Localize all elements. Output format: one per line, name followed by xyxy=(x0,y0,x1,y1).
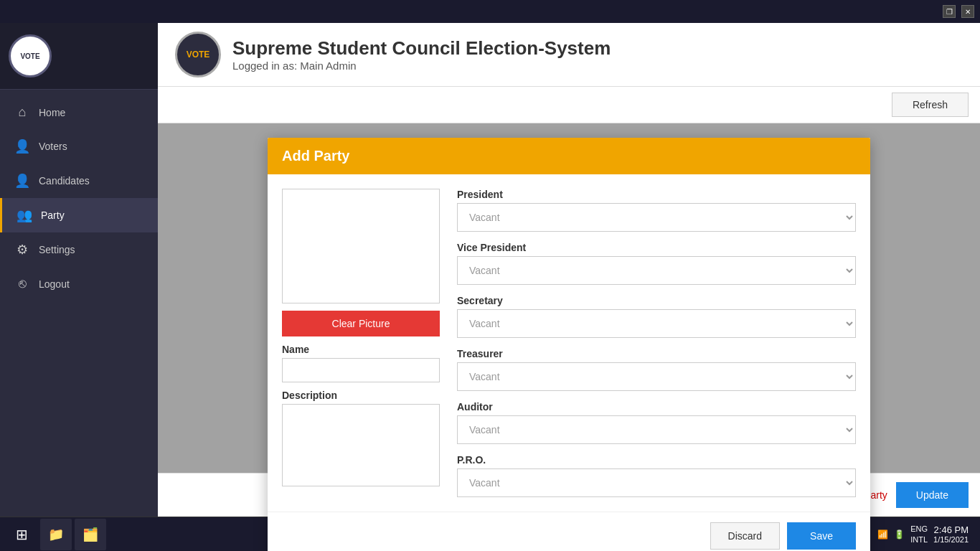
taskbar-item-app[interactable]: 🗂️ xyxy=(75,519,106,550)
main-content: Add Party Clear Picture Name xyxy=(158,123,980,473)
taskbar-item-files[interactable]: 📁 xyxy=(40,519,72,550)
party-icon: 👥 xyxy=(17,207,32,223)
modal-overlay: Add Party Clear Picture Name xyxy=(158,123,980,473)
restore-button[interactable]: ❐ xyxy=(943,5,956,18)
header-logo: VOTE xyxy=(175,32,221,77)
lang-eng: ENG xyxy=(910,524,928,534)
vice-president-label: Vice President xyxy=(457,242,856,253)
sidebar-item-candidates[interactable]: 👤 Candidates xyxy=(0,164,158,198)
lang-intl: INTL xyxy=(910,534,928,545)
secretary-label: Secretary xyxy=(457,295,856,306)
secretary-field-group: Secretary Vacant xyxy=(457,295,856,338)
pro-label: P.R.O. xyxy=(457,454,856,466)
nav-menu: ⌂ Home 👤 Voters 👤 Candidates 👥 Party ⚙ S… xyxy=(0,90,158,517)
description-label: Description xyxy=(282,390,440,401)
title-bar: ❐ ✕ xyxy=(0,0,980,23)
logout-icon: ⎋ xyxy=(14,276,30,291)
vice-president-select[interactable]: Vacant xyxy=(457,256,856,285)
app-title: Supreme Student Council Election-System xyxy=(232,37,611,60)
secretary-select[interactable]: Vacant xyxy=(457,309,856,338)
content-header: Refresh xyxy=(158,87,980,123)
vote-logo: VOTE xyxy=(9,34,52,77)
treasurer-select[interactable]: Vacant xyxy=(457,362,856,391)
taskbar-time: 2:46 PM xyxy=(933,524,969,535)
name-input[interactable] xyxy=(282,358,440,382)
app-icon: 🗂️ xyxy=(83,527,98,542)
modal-title: Add Party xyxy=(282,148,856,164)
taskbar-right: ▲ 📶 🔋 ENG INTL 2:46 PM 1/15/2021 xyxy=(863,524,974,545)
auditor-select[interactable]: Vacant xyxy=(457,415,856,444)
modal-right-column: President Vacant Vice President Vacant xyxy=(457,189,856,497)
modal-left-column: Clear Picture Name Description xyxy=(282,189,440,497)
save-button[interactable]: Save xyxy=(787,522,856,550)
header-text: Supreme Student Council Election-System … xyxy=(232,37,611,72)
sidebar-item-party[interactable]: 👥 Party xyxy=(0,198,158,232)
update-button[interactable]: Update xyxy=(896,482,969,508)
description-textarea[interactable] xyxy=(282,404,440,486)
taskbar-signal: 📶 xyxy=(877,529,888,540)
sidebar: VOTE ⌂ Home 👤 Voters 👤 Candidates 👥 Part… xyxy=(0,23,158,517)
app-header: VOTE Supreme Student Council Election-Sy… xyxy=(158,23,980,87)
taskbar-language: ENG INTL xyxy=(910,524,928,545)
home-icon: ⌂ xyxy=(14,105,30,120)
sidebar-item-settings[interactable]: ⚙ Settings xyxy=(0,232,158,267)
sidebar-item-logout-label: Logout xyxy=(39,278,70,290)
sidebar-item-logout[interactable]: ⎋ Logout xyxy=(0,267,158,301)
sidebar-item-voters[interactable]: 👤 Voters xyxy=(0,129,158,164)
start-button[interactable]: ⊞ xyxy=(6,519,37,550)
auditor-field-group: Auditor Vacant xyxy=(457,401,856,444)
candidates-icon: 👤 xyxy=(14,173,30,189)
files-icon: 📁 xyxy=(48,527,64,542)
modal-body: Clear Picture Name Description xyxy=(268,174,870,512)
discard-button[interactable]: Discard xyxy=(710,522,780,550)
sidebar-item-settings-label: Settings xyxy=(39,244,75,255)
add-party-modal: Add Party Clear Picture Name xyxy=(268,138,870,551)
clear-picture-button[interactable]: Clear Picture xyxy=(282,311,440,336)
sidebar-item-home[interactable]: ⌂ Home xyxy=(0,95,158,129)
sidebar-logo: VOTE xyxy=(0,23,158,90)
taskbar-date: 1/15/2021 xyxy=(933,535,969,544)
president-select[interactable]: Vacant xyxy=(457,203,856,232)
modal-header: Add Party xyxy=(268,138,870,174)
description-field-group: Description xyxy=(282,390,440,486)
modal-footer: Discard Save xyxy=(268,512,870,551)
name-label: Name xyxy=(282,344,440,355)
auditor-label: Auditor xyxy=(457,401,856,413)
refresh-button[interactable]: Refresh xyxy=(892,93,969,117)
sidebar-item-candidates-label: Candidates xyxy=(39,175,90,187)
party-image-placeholder[interactable] xyxy=(282,189,440,303)
close-button[interactable]: ✕ xyxy=(961,5,974,18)
president-label: President xyxy=(457,189,856,200)
voters-icon: 👤 xyxy=(14,138,30,154)
sidebar-item-home-label: Home xyxy=(39,107,65,118)
president-field-group: President Vacant xyxy=(457,189,856,232)
treasurer-label: Treasurer xyxy=(457,348,856,359)
vice-president-field-group: Vice President Vacant xyxy=(457,242,856,285)
sidebar-item-voters-label: Voters xyxy=(39,141,67,152)
logged-in-text: Logged in as: Main Admin xyxy=(232,60,611,72)
treasurer-field-group: Treasurer Vacant xyxy=(457,348,856,391)
pro-field-group: P.R.O. Vacant xyxy=(457,454,856,497)
app-right: VOTE Supreme Student Council Election-Sy… xyxy=(158,23,980,517)
sidebar-item-party-label: Party xyxy=(41,209,65,221)
name-field-group: Name xyxy=(282,344,440,382)
content-area: Refresh Add Party xyxy=(158,87,980,517)
taskbar-battery: 🔋 xyxy=(894,529,905,540)
pro-select[interactable]: Vacant xyxy=(457,468,856,497)
taskbar-clock: 2:46 PM 1/15/2021 xyxy=(933,524,969,544)
settings-icon: ⚙ xyxy=(14,242,30,258)
